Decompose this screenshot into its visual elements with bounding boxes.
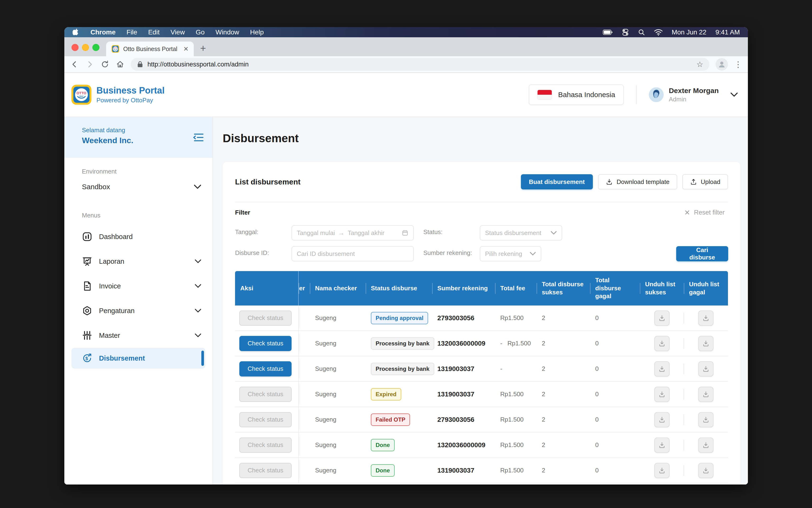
download-sukses-button[interactable] — [654, 361, 670, 377]
zoom-window-button[interactable] — [92, 44, 99, 51]
unduh-sukses-cell — [640, 382, 684, 407]
table-header: Aksi er Nama checker Status disburse Sum… — [235, 271, 728, 305]
upload-button[interactable]: Upload — [682, 174, 728, 189]
date-range-input[interactable]: Tanggal mulai → Tanggal akhir — [292, 225, 414, 241]
sumber-rekening-cell: 1319003037 — [432, 382, 495, 407]
sidebar-item-master[interactable]: Master — [65, 323, 213, 348]
download-gagal-button[interactable] — [698, 361, 714, 377]
total-sukses-cell: 2 — [537, 382, 590, 407]
check-status-button[interactable]: Check status — [239, 437, 292, 453]
download-gagal-button[interactable] — [698, 310, 714, 326]
menubar-time[interactable]: 9:41 AM — [715, 29, 740, 36]
download-sukses-button[interactable] — [654, 463, 670, 478]
check-status-button[interactable]: Check status — [239, 412, 292, 427]
browser-tab[interactable]: OTTO Otto Business Portal ✕ — [106, 42, 194, 56]
download-sukses-button[interactable] — [654, 387, 670, 402]
chevron-down-icon — [195, 284, 202, 288]
menubar-item-window[interactable]: Window — [216, 29, 239, 36]
download-gagal-button[interactable] — [698, 387, 714, 402]
apple-menu-icon[interactable] — [73, 28, 80, 36]
status-cell: Expired — [366, 382, 432, 407]
disburse-id-input[interactable]: Cari ID disbursement — [292, 246, 414, 261]
language-selector[interactable]: Bahasa Indonesia — [529, 85, 624, 105]
close-window-button[interactable] — [72, 44, 79, 51]
unduh-gagal-cell — [684, 305, 728, 331]
status-badge: Pending approval — [371, 312, 428, 324]
sumber-rekening-cell: 1320036000009 — [432, 432, 495, 458]
download-sukses-button[interactable] — [654, 336, 670, 351]
menubar-item-view[interactable]: View — [170, 29, 185, 36]
disbursement-card: List disbursement Buat disbursement Down… — [223, 162, 740, 484]
svg-text:OTTO: OTTO — [77, 91, 86, 95]
menubar-date[interactable]: Mon Jun 22 — [672, 29, 707, 36]
menubar-item-file[interactable]: File — [127, 29, 137, 36]
battery-icon[interactable] — [603, 30, 613, 35]
unduh-sukses-cell — [640, 305, 684, 331]
upload-label: Upload — [701, 178, 720, 186]
sidebar-collapse-icon[interactable] — [193, 133, 204, 142]
home-button[interactable] — [116, 60, 125, 69]
status-select[interactable]: Status disbursement — [480, 225, 562, 241]
new-tab-button[interactable]: + — [200, 43, 206, 53]
browser-menu-icon[interactable]: ⋮ — [734, 59, 742, 69]
nama-maker-cell — [299, 382, 310, 407]
back-button[interactable] — [70, 60, 79, 69]
url-text: http://ottobusinessportal.com/admin — [147, 61, 692, 68]
sidebar-item-invoice[interactable]: Invoice — [65, 274, 213, 298]
check-status-button[interactable]: Check status — [239, 361, 292, 377]
check-status-button[interactable]: Check status — [239, 310, 292, 326]
download-gagal-button[interactable] — [698, 437, 714, 453]
bookmark-star-icon[interactable]: ☆ — [696, 60, 703, 69]
tab-close-icon[interactable]: ✕ — [183, 45, 188, 53]
settings-icon — [82, 305, 92, 316]
sidebar-item-laporan[interactable]: Laporan — [65, 249, 213, 274]
download-sukses-button[interactable] — [654, 412, 670, 427]
check-status-button[interactable]: Check status — [239, 387, 292, 402]
sidebar-item-pengaturan[interactable]: Pengaturan — [65, 298, 213, 323]
total-gagal-cell: 0 — [590, 458, 640, 483]
environment-label: Environment — [65, 168, 213, 175]
download-template-button[interactable]: Download template — [598, 174, 677, 189]
check-status-button[interactable]: Check status — [239, 463, 292, 478]
arrow-right-icon: → — [338, 229, 344, 237]
reset-filter-button[interactable]: ✕ Reset filter — [684, 208, 725, 217]
nama-checker-cell: Sugeng — [310, 356, 366, 381]
address-bar[interactable]: http://ottobusinessportal.com/admin ☆ — [131, 58, 710, 71]
download-gagal-button[interactable] — [698, 412, 714, 427]
rekening-select[interactable]: Pilih rekening — [480, 246, 541, 261]
download-sukses-button[interactable] — [654, 437, 670, 453]
create-disbursement-button[interactable]: Buat disbursement — [521, 174, 593, 189]
search-disburse-button[interactable]: Cari disburse — [676, 246, 728, 261]
environment-selector[interactable]: Sandbox — [65, 179, 213, 195]
menubar-item-help[interactable]: Help — [250, 29, 264, 36]
download-sukses-button[interactable] — [654, 310, 670, 326]
filter-section: Filter ✕ Reset filter Tanggal: Tanggal m… — [235, 202, 728, 271]
total-sukses-cell: 2 — [537, 356, 590, 381]
sidebar-item-dashboard[interactable]: Dashboard — [65, 224, 213, 249]
download-gagal-button[interactable] — [698, 336, 714, 351]
column-nama-checker: Nama checker — [310, 271, 366, 305]
aksi-cell: Check status — [235, 432, 299, 458]
table-row: Check status Sugeng Failed OTP 279300305… — [235, 407, 728, 432]
disburse-id-placeholder: Cari ID disbursement — [297, 250, 355, 258]
menubar-item-go[interactable]: Go — [196, 29, 204, 36]
check-status-button[interactable]: Check status — [239, 336, 292, 351]
menubar-app-name[interactable]: Chrome — [90, 29, 116, 36]
forward-button[interactable] — [85, 60, 94, 69]
spotlight-search-icon[interactable] — [638, 29, 645, 36]
download-gagal-button[interactable] — [698, 463, 714, 478]
reload-button[interactable] — [100, 60, 110, 69]
user-menu[interactable]: Dexter Morgan Admin — [649, 87, 738, 103]
control-center-icon[interactable] — [622, 29, 629, 36]
status-cell: Processing by bank — [366, 356, 432, 381]
app-header: OTTOPAY Business Portal Powered by OttoP… — [65, 73, 748, 117]
menubar-item-edit[interactable]: Edit — [148, 29, 160, 36]
total-sukses-cell: 2 — [537, 458, 590, 483]
tab-favicon: OTTO — [111, 45, 119, 53]
browser-profile-icon[interactable] — [716, 58, 728, 71]
wifi-icon[interactable] — [654, 29, 663, 36]
welcome-label: Selamat datang — [82, 127, 203, 134]
sidebar-item-disbursement[interactable]: $ Disbursement — [72, 348, 205, 369]
minimize-window-button[interactable] — [82, 44, 89, 51]
user-chevron-down-icon[interactable] — [730, 92, 738, 97]
